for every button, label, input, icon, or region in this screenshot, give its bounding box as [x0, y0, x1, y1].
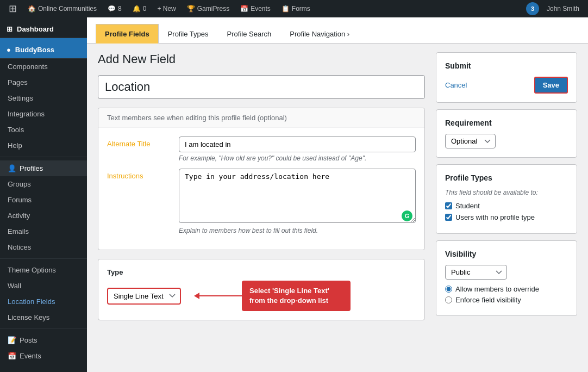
tab-profile-fields[interactable]: Profile Fields	[96, 24, 159, 44]
sidebar-item-location-fields[interactable]: Location Fields	[0, 294, 87, 309]
dashboard-icon: ⊞	[7, 25, 12, 33]
arrow-annotation: Select 'Single Line Text' from the drop-…	[194, 281, 351, 311]
wp-logo-icon[interactable]: ⊞	[4, 3, 21, 15]
type-row: Single Line Text Multi Line Text Date Se…	[107, 281, 416, 311]
sidebar-divider-2	[0, 258, 87, 259]
sidebar-item-integrations[interactable]: Integrations	[0, 106, 87, 122]
profile-types-title: Profile Types	[445, 173, 568, 182]
sidebar-item-notices[interactable]: Notices	[0, 239, 87, 255]
annotation-box: Select 'Single Line Text' from the drop-…	[242, 281, 351, 311]
visibility-select[interactable]: Public Admins Only Loggedin Friends	[445, 265, 507, 280]
sidebar-item-theme-options[interactable]: Theme Options	[0, 262, 87, 278]
admin-bar: ⊞ 🏠 Online Communities 💬 8 🔔 0 + New 🏆 G…	[0, 0, 588, 17]
alternate-title-field: For example, "How old are you?" could be…	[179, 137, 416, 162]
user-name[interactable]: John Smith	[542, 0, 584, 17]
submit-card: Submit Cancel Save	[436, 52, 577, 103]
instructions-textarea[interactable]	[179, 169, 416, 223]
enforce-visibility-label[interactable]: Enforce field visibility	[455, 296, 521, 304]
enforce-visibility-row: Enforce field visibility	[445, 296, 568, 304]
cancel-button[interactable]: Cancel	[445, 81, 467, 89]
type-section: Type Single Line Text Multi Line Text Da…	[98, 259, 425, 320]
gamipress-icon: 🏆	[187, 5, 195, 13]
sidebar: ⊞ Dashboard ● BuddyBoss Components Pages…	[0, 17, 87, 372]
sidebar-buddyboss[interactable]: ● BuddyBoss	[0, 38, 87, 59]
alternate-title-label: Alternate Title	[107, 137, 172, 148]
adminbar-notices[interactable]: 🔔 0	[128, 0, 151, 17]
instructions-row: Instructions G Explain to members how be…	[107, 169, 416, 234]
right-column: Submit Cancel Save Requirement Optional …	[436, 52, 577, 329]
left-column: Add New Field Text members see when edit…	[98, 52, 425, 329]
profile-types-desc: This field should be available to:	[445, 189, 568, 196]
optional-description: Text members see when editing this profi…	[98, 108, 424, 128]
adminbar-new[interactable]: + New	[153, 0, 180, 17]
sidebar-divider-3	[0, 328, 87, 329]
adminbar-user[interactable]: 3 John Smith	[526, 0, 584, 17]
grammarly-icon: G	[402, 210, 412, 221]
student-checkbox-row: Student	[445, 202, 568, 210]
no-profile-label[interactable]: Users with no profile type	[455, 213, 535, 221]
adminbar-comments[interactable]: 💬 8	[103, 0, 126, 17]
arrow-line	[198, 295, 242, 296]
main-content: Profile Fields Profile Types Profile Sea…	[87, 17, 588, 372]
adminbar-site[interactable]: 🏠 Online Communities	[23, 0, 101, 17]
optional-card: Text members see when editing this profi…	[98, 108, 425, 250]
sidebar-item-groups[interactable]: Groups	[0, 176, 87, 192]
page-layout: ⊞ Dashboard ● BuddyBoss Components Pages…	[0, 17, 588, 372]
allow-override-label[interactable]: Allow members to override	[455, 285, 539, 293]
sidebar-item-emails[interactable]: Emails	[0, 224, 87, 239]
visibility-title: Visibility	[445, 250, 568, 258]
alternate-title-hint: For example, "How old are you?" could be…	[179, 154, 416, 162]
page-title: Add New Field	[98, 52, 425, 66]
adminbar-gamipress[interactable]: 🏆 GamiPress	[183, 0, 234, 17]
sidebar-item-components[interactable]: Components	[0, 59, 87, 75]
comments-icon: 💬	[108, 5, 116, 13]
sidebar-item-forums[interactable]: Forums	[0, 192, 87, 208]
sidebar-item-license-keys[interactable]: License Keys	[0, 309, 87, 325]
forms-icon: 📋	[282, 5, 290, 13]
adminbar-events[interactable]: 📅 Events	[236, 0, 275, 17]
instructions-field: G Explain to members how best to fill ou…	[179, 169, 416, 234]
alternate-title-row: Alternate Title For example, "How old ar…	[107, 137, 416, 162]
instructions-label: Instructions	[107, 169, 172, 180]
allow-override-radio[interactable]	[445, 286, 452, 293]
instructions-hint: Explain to members how best to fill out …	[179, 227, 416, 234]
submit-title: Submit	[445, 61, 568, 70]
sidebar-item-pages[interactable]: Pages	[0, 75, 87, 90]
sidebar-item-activity[interactable]: Activity	[0, 208, 87, 224]
sidebar-item-profiles[interactable]: 👤 Profiles	[0, 160, 87, 176]
buddyboss-icon: ●	[7, 46, 11, 54]
posts-icon: 📝	[8, 336, 16, 344]
student-checkbox[interactable]	[445, 202, 452, 209]
page-content-area: Add New Field Text members see when edit…	[87, 44, 588, 338]
alternate-title-input[interactable]	[179, 137, 416, 152]
no-profile-type-checkbox[interactable]	[445, 214, 452, 221]
sidebar-item-posts[interactable]: 📝 Posts	[0, 332, 87, 348]
allow-override-row: Allow members to override	[445, 285, 568, 293]
field-name-input[interactable]	[98, 75, 425, 99]
user-avatar: 3	[526, 2, 539, 15]
sidebar-item-events[interactable]: 📅 Events	[0, 348, 87, 364]
tab-profile-navigation[interactable]: Profile Navigation ›	[280, 24, 359, 44]
enforce-visibility-radio[interactable]	[445, 296, 452, 303]
tab-profile-search[interactable]: Profile Search	[218, 24, 281, 44]
requirement-select[interactable]: Optional Required	[445, 134, 496, 148]
notices-icon: 🔔	[133, 5, 141, 13]
tab-profile-types[interactable]: Profile Types	[159, 24, 218, 44]
tabs-bar: Profile Fields Profile Types Profile Sea…	[87, 17, 588, 44]
type-select[interactable]: Single Line Text Multi Line Text Date Se…	[107, 288, 181, 305]
adminbar-forms[interactable]: 📋 Forms	[277, 0, 315, 17]
sidebar-item-help[interactable]: Help	[0, 138, 87, 153]
save-button[interactable]: Save	[534, 77, 568, 94]
card-inner: Alternate Title For example, "How old ar…	[98, 128, 424, 250]
sidebar-item-tools[interactable]: Tools	[0, 122, 87, 138]
sidebar-dashboard[interactable]: ⊞ Dashboard	[0, 17, 87, 38]
sidebar-divider-1	[0, 157, 87, 157]
type-section-label: Type	[107, 268, 416, 276]
no-profile-checkbox-row: Users with no profile type	[445, 213, 568, 221]
student-label[interactable]: Student	[455, 202, 480, 210]
annotation-wrapper: Single Line Text Multi Line Text Date Se…	[107, 288, 181, 305]
sidebar-item-wall[interactable]: Wall	[0, 278, 87, 294]
sidebar-item-settings[interactable]: Settings	[0, 90, 87, 106]
events-sidebar-icon: 📅	[8, 352, 16, 360]
requirement-card: Requirement Optional Required	[436, 109, 577, 158]
